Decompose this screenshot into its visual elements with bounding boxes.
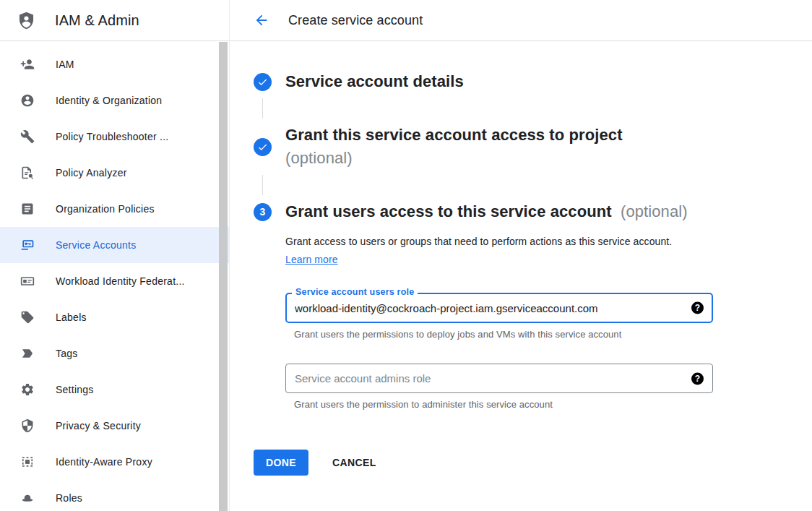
sidebar-item-label: Workload Identity Federat...: [56, 275, 185, 287]
label-tag-icon: [20, 310, 35, 325]
main-panel: Create service account Service account d…: [229, 0, 812, 511]
step-connector: [262, 98, 263, 119]
sidebar-item-workload-identity-federation[interactable]: Workload Identity Federat...: [0, 263, 229, 299]
sidebar-item-label: Identity-Aware Proxy: [56, 456, 152, 468]
users-role-field-label: Service account users role: [292, 287, 418, 298]
sidebar-header: IAM & Admin: [0, 0, 229, 41]
wrench-icon: [20, 129, 35, 144]
users-role-field: Service account users role: [285, 293, 713, 323]
admins-role-input[interactable]: [285, 364, 713, 393]
help-icon[interactable]: [691, 372, 704, 385]
step-1-header[interactable]: Service account details: [254, 70, 783, 93]
sidebar-item-label: Tags: [56, 348, 78, 359]
sidebar-item-privacy-security[interactable]: Privacy & Security: [0, 408, 229, 444]
iam-shield-icon: [17, 11, 36, 30]
sidebar-item-roles[interactable]: Roles: [0, 480, 229, 511]
step-2-header[interactable]: Grant this service account access to pro…: [254, 124, 783, 170]
wizard: Service account details Grant this servi…: [230, 41, 812, 476]
step-3-number-badge: 3: [254, 203, 272, 221]
sidebar: IAM & Admin IAM Identity & Organization …: [0, 0, 229, 511]
step-connector: [262, 175, 263, 195]
back-button[interactable]: [254, 12, 271, 29]
admins-role-field: [285, 364, 713, 393]
sidebar-nav: IAM Identity & Organization Policy Troub…: [0, 41, 229, 511]
step-1-title: Service account details: [285, 70, 464, 93]
arrow-back-icon: [254, 12, 269, 28]
sidebar-item-label: IAM: [56, 59, 74, 70]
sidebar-item-label: Policy Troubleshooter ...: [56, 131, 168, 142]
step-3-title: Grant users access to this service accou…: [285, 200, 688, 223]
sidebar-item-service-accounts[interactable]: Service Accounts: [0, 227, 229, 263]
sidebar-item-labels[interactable]: Labels: [0, 299, 229, 335]
person-add-icon: [20, 57, 35, 72]
sidebar-item-identity-organization[interactable]: Identity & Organization: [0, 82, 229, 119]
badge-card-icon: [20, 274, 35, 288]
tag-arrow-icon: [20, 346, 35, 361]
sidebar-item-label: Identity & Organization: [56, 95, 162, 106]
sidebar-item-policy-analyzer[interactable]: Policy Analyzer: [0, 155, 229, 191]
step-3-description: Grant access to users or groups that nee…: [285, 233, 690, 269]
sidebar-item-settings[interactable]: Settings: [0, 372, 229, 408]
article-icon: [20, 202, 35, 216]
sidebar-item-label: Roles: [56, 492, 82, 504]
sidebar-item-policy-troubleshooter[interactable]: Policy Troubleshooter ...: [0, 119, 229, 155]
step-2-optional-label: (optional): [285, 147, 623, 170]
admins-role-helper-text: Grant users the permission to administer…: [294, 399, 783, 410]
step-3-optional-label: (optional): [621, 202, 688, 220]
page-title: Create service account: [288, 13, 423, 28]
sidebar-item-organization-policies[interactable]: Organization Policies: [0, 191, 229, 227]
wizard-actions: DONE CANCEL: [254, 450, 783, 476]
page-header: Create service account: [230, 0, 812, 41]
sidebar-item-label: Privacy & Security: [56, 420, 141, 431]
step-3-body: Grant access to users or groups that nee…: [285, 233, 783, 410]
learn-more-link[interactable]: Learn more: [285, 254, 338, 265]
account-circle-icon: [20, 93, 35, 108]
app-title: IAM & Admin: [55, 12, 139, 29]
step-3-header[interactable]: 3 Grant users access to this service acc…: [254, 200, 783, 223]
sidebar-item-label: Service Accounts: [56, 239, 136, 251]
sidebar-item-label: Labels: [56, 312, 87, 323]
step-1-complete-check-icon: [254, 73, 272, 91]
step-2-title: Grant this service account access to pro…: [285, 124, 623, 170]
shield-half-icon: [20, 418, 35, 433]
help-icon[interactable]: [691, 302, 704, 314]
policy-analyzer-icon: [20, 166, 35, 180]
sidebar-item-label: Settings: [56, 384, 94, 395]
service-accounts-icon: [20, 238, 35, 252]
sidebar-item-label: Organization Policies: [56, 203, 155, 215]
proxy-grid-icon: [20, 455, 35, 469]
sidebar-item-tags[interactable]: Tags: [0, 335, 229, 372]
sidebar-item-identity-aware-proxy[interactable]: Identity-Aware Proxy: [0, 444, 229, 480]
sidebar-item-iam[interactable]: IAM: [0, 46, 229, 82]
cancel-button[interactable]: CANCEL: [332, 457, 376, 468]
done-button[interactable]: DONE: [254, 450, 308, 476]
hat-icon: [20, 491, 35, 505]
gear-icon: [20, 382, 35, 397]
users-role-helper-text: Grant users the permissions to deploy jo…: [294, 329, 783, 340]
step-2-complete-check-icon: [254, 138, 272, 156]
sidebar-scrollbar[interactable]: [219, 42, 228, 511]
sidebar-item-label: Policy Analyzer: [56, 167, 127, 179]
